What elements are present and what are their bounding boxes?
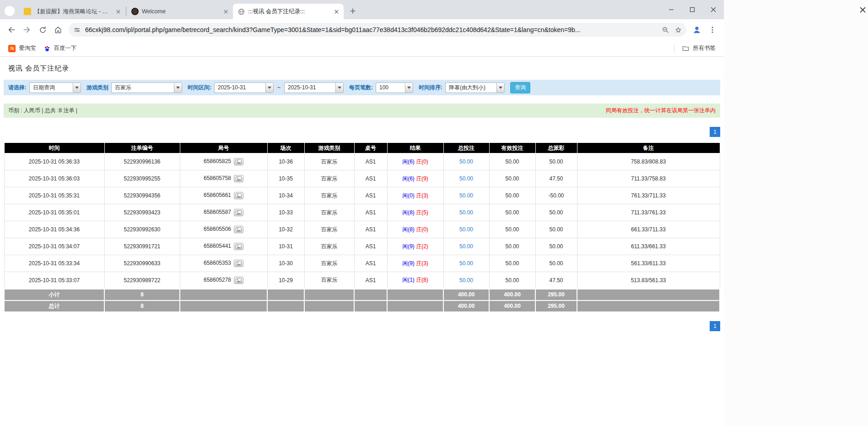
header-note: 备注 (577, 143, 720, 153)
tab-close-icon[interactable] (222, 8, 229, 15)
bet-row: 2025-10-31 05:33:07522930989722658605278… (4, 272, 720, 289)
browser-window: 【新提醒】海燕策略论坛 - 综合 Welcome :::视讯 会员下注纪录::: (0, 0, 724, 426)
chevron-down-icon[interactable] (265, 82, 274, 93)
background-window-close-icon[interactable] (859, 6, 866, 13)
round-video-icon[interactable] (234, 243, 243, 250)
total-bet-link[interactable]: 50.00 (459, 226, 473, 233)
header-game-type: 游戏类别 (304, 143, 354, 153)
bet-row: 2025-10-31 05:33:34522930990633658605353… (4, 255, 720, 272)
cell-time: 2025-10-31 05:33:34 (4, 255, 104, 272)
total-bet-link[interactable]: 50.00 (459, 277, 473, 284)
chevron-down-icon[interactable] (405, 82, 413, 93)
chevron-down-icon[interactable] (174, 82, 182, 93)
page-title: 视讯 会员下注纪录 (8, 64, 720, 73)
sort-select[interactable]: 降幂(由大到小) (445, 82, 505, 93)
subtotal-row: 小计 8 400.00 400.00 295.00 (4, 289, 720, 300)
close-button[interactable] (703, 0, 724, 19)
filter-bar: 请选择: 日期查询 游戏类别 百家乐 时间区间: 2025-10-31 ~ (4, 80, 720, 95)
page-number-button[interactable]: 1 (710, 321, 720, 331)
empty-cell (387, 300, 443, 312)
header-valid-bet: 有效投注 (489, 143, 535, 153)
cell-table-number: AS1 (354, 170, 387, 187)
round-number: 658605758 (204, 175, 231, 181)
zoom-icon[interactable] (659, 23, 672, 36)
select-type-label: 请选择: (8, 84, 27, 92)
time-range-label: 时间区间: (188, 84, 211, 92)
cell-round: 658605661 (180, 187, 267, 204)
cell-total-bet: 50.00 (443, 170, 489, 187)
date-from-select[interactable]: 2025-10-31 (214, 82, 274, 93)
bookmark-star-icon[interactable] (672, 23, 685, 36)
cell-payout: 50.00 (535, 153, 577, 170)
forward-button[interactable] (19, 22, 35, 38)
round-video-icon[interactable] (234, 209, 243, 216)
reload-button[interactable] (35, 22, 50, 38)
cell-round: 658605441 (180, 238, 267, 255)
search-button[interactable]: 查询 (510, 82, 530, 93)
cell-note: 761.33/711.33 (577, 187, 720, 204)
tab-bet-record[interactable]: :::视讯 会员下注纪录::: (233, 4, 344, 19)
cell-time: 2025-10-31 05:35:31 (4, 187, 104, 204)
bookmark-baidu[interactable]: 百度一下 (40, 43, 81, 54)
bookmark-taobao[interactable]: 淘 爱淘宝 (5, 43, 40, 54)
query-type-select[interactable]: 日期查询 (29, 82, 81, 93)
chevron-down-icon[interactable] (335, 82, 344, 93)
home-button[interactable] (50, 22, 66, 38)
empty-cell (577, 289, 720, 300)
profile-avatar-icon[interactable] (689, 22, 705, 38)
total-label: 总计 (4, 300, 104, 312)
round-video-icon[interactable] (234, 226, 243, 233)
result-player: 闲(8) (402, 209, 415, 216)
bet-table-body: 2025-10-31 05:36:33522930996136658605825… (4, 153, 720, 289)
round-video-icon[interactable] (234, 175, 243, 182)
total-bet-link[interactable]: 50.00 (459, 209, 473, 216)
cell-session: 10-36 (267, 153, 304, 170)
chevron-down-icon[interactable] (73, 82, 81, 93)
cell-valid-bet: 50.00 (489, 221, 535, 238)
page-size-select[interactable]: 100 (376, 82, 413, 93)
result-player: 闲(0) (402, 192, 415, 199)
cell-session: 10-34 (267, 187, 304, 204)
browser-menu-icon[interactable] (705, 22, 720, 38)
address-bar[interactable]: 66cxkj98.com/ipl/portal.php/game/betreco… (69, 23, 686, 37)
tab-forum[interactable]: 【新提醒】海燕策略论坛 - 综合 (19, 4, 125, 19)
subtotal-payout: 295.00 (535, 289, 577, 300)
round-video-icon[interactable] (234, 260, 243, 267)
sort-label: 时间排序: (419, 84, 442, 92)
tab-close-icon[interactable] (333, 8, 340, 15)
cell-time: 2025-10-31 05:34:07 (4, 238, 104, 255)
date-to-select[interactable]: 2025-10-31 (284, 82, 344, 93)
cell-time: 2025-10-31 05:36:33 (4, 153, 104, 170)
round-video-icon[interactable] (234, 277, 243, 284)
tab-welcome[interactable]: Welcome (127, 4, 233, 19)
subtotal-count: 8 (104, 289, 180, 300)
cell-game-type: 百家乐 (304, 255, 354, 272)
total-bet-link[interactable]: 50.00 (459, 158, 473, 165)
all-bookmarks-button[interactable]: 所有书签 (678, 43, 719, 54)
total-bet-link[interactable]: 50.00 (459, 192, 473, 199)
subtotal-label: 小计 (4, 289, 104, 300)
new-tab-button[interactable] (346, 5, 359, 17)
maximize-button[interactable] (682, 0, 703, 19)
query-type-value: 日期查询 (29, 82, 73, 93)
cell-round: 658605825 (180, 153, 267, 170)
cell-result: 闲(0) 庄(3) (387, 187, 443, 204)
game-type-select[interactable]: 百家乐 (111, 82, 182, 93)
total-bet-link[interactable]: 50.00 (459, 243, 473, 250)
cell-time: 2025-10-31 05:34:36 (4, 221, 104, 238)
minimize-button[interactable] (661, 0, 682, 19)
cell-game-type: 百家乐 (304, 153, 354, 170)
total-bet-link[interactable]: 50.00 (459, 175, 473, 182)
total-total-bet: 400.00 (443, 300, 489, 312)
round-video-icon[interactable] (234, 192, 243, 199)
bet-row: 2025-10-31 05:35:01522930993423658605587… (4, 204, 720, 221)
site-info-icon[interactable] (70, 23, 83, 36)
total-bet-link[interactable]: 50.00 (459, 260, 473, 267)
page-number-button[interactable]: 1 (710, 127, 720, 137)
back-button[interactable] (4, 22, 19, 38)
result-banker: 庄(0) (416, 226, 428, 233)
tab-close-icon[interactable] (114, 8, 122, 15)
round-video-icon[interactable] (234, 158, 243, 165)
cell-session: 10-29 (267, 272, 304, 289)
chevron-down-icon[interactable] (496, 82, 505, 93)
